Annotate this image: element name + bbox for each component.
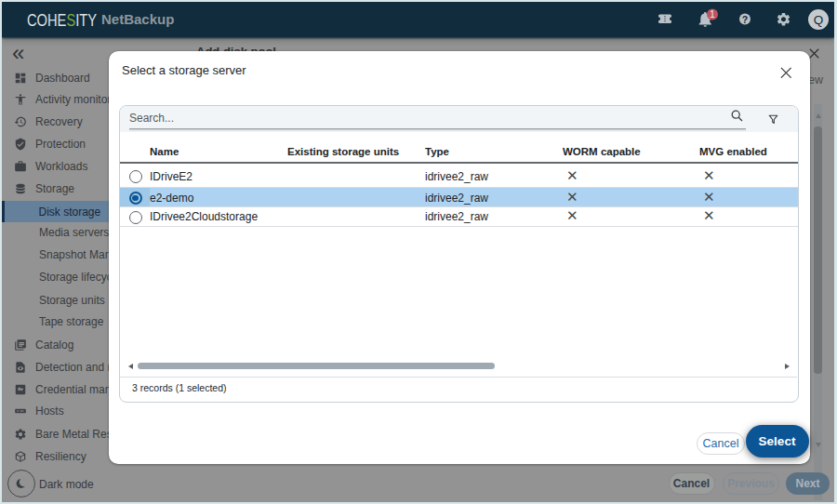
svg-text:COHESITY: COHESITY	[27, 10, 97, 30]
svg-text:Q: Q	[813, 13, 823, 27]
svg-text:?: ?	[741, 14, 747, 25]
svg-text:1: 1	[710, 8, 715, 20]
